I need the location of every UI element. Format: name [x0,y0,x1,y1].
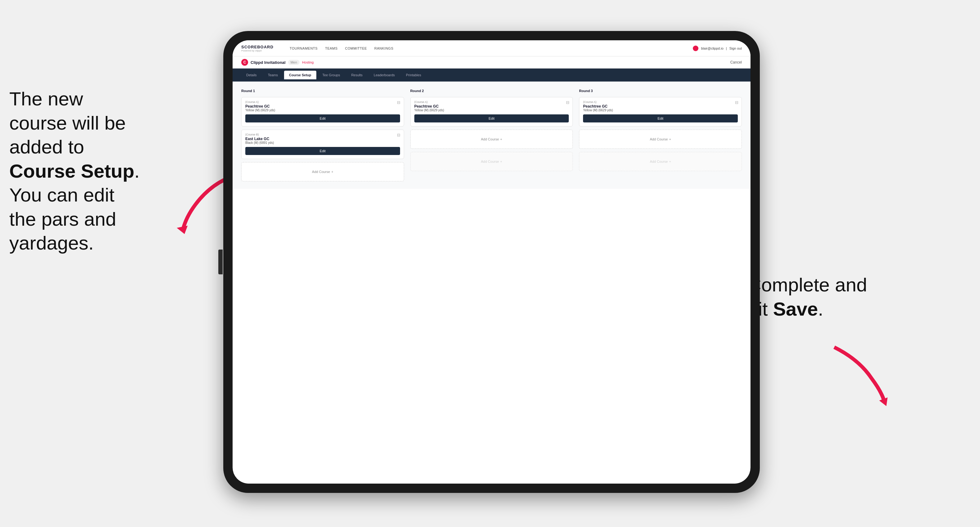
round-3-add-course-label: Add Course [650,137,668,141]
tab-results[interactable]: Results [346,71,368,79]
round-1-course-a-tee: Yellow (M) (6629 yds) [245,108,400,112]
main-content: Round 1 ⊟ (Course A) Peachtree GC Yellow… [232,81,751,189]
nav-committee[interactable]: COMMITTEE [345,45,367,51]
round-3-add-course-disabled-label: Add Course [650,160,668,163]
user-email: blair@clippd.io [701,46,723,50]
round-2-course-a-label: (Course A) [414,100,569,103]
round-3-label: Round 3 [579,89,742,93]
tablet-frame: SCOREBOARD Powered by clippd TOURNAMENTS… [223,31,760,493]
round-1-course-a-edit-button[interactable]: Edit [245,114,400,122]
round-1-add-course-button[interactable]: Add Course + [241,162,404,181]
top-nav: SCOREBOARD Powered by clippd TOURNAMENTS… [232,40,751,56]
annotation-right: Complete and hit Save. [748,273,896,321]
c-logo: C [241,59,248,66]
tournament-title: C Clippd Invitational Men Hosting [241,59,313,66]
logo-text: SCOREBOARD [241,44,274,49]
round-3-add-course-disabled: Add Course + [579,152,742,171]
round-2-add-course-disabled-label: Add Course [481,160,499,163]
arrow-right-icon [822,341,902,409]
round-1-course-a-label: (Course A) [245,100,400,103]
nav-rankings[interactable]: RANKINGS [374,45,393,51]
round-1-course-b-card: ⊟ (Course B) East Lake GC Black (M) (689… [241,130,404,159]
round-2-add-course-disabled-plus: + [500,160,502,163]
round-1-course-b-label: (Course B) [245,133,400,136]
tab-teams[interactable]: Teams [263,71,283,79]
tournament-gender: Men [288,60,299,65]
round-2-add-course-label: Add Course [481,137,499,141]
round-1-course-b-name: East Lake GC [245,137,400,141]
round-3-course-a-edit-button[interactable]: Edit [583,114,738,122]
tab-printables[interactable]: Printables [401,71,426,79]
round-3-add-course-plus: + [669,137,671,141]
tournament-bar: C Clippd Invitational Men Hosting Cancel [232,56,751,68]
tab-course-setup[interactable]: Course Setup [284,71,316,79]
tablet-screen: SCOREBOARD Powered by clippd TOURNAMENTS… [232,40,751,484]
round-1-course-a-delete-icon[interactable]: ⊟ [396,100,401,105]
round-3-course-a-card: ⊟ (Course A) Peachtree GC Yellow (M) (66… [579,97,742,127]
round-1-course-b-tee: Black (M) (6891 yds) [245,141,400,144]
round-3-course-a-tee: Yellow (M) (6629 yds) [583,108,738,112]
round-2-course-a-delete-icon[interactable]: ⊟ [565,100,570,105]
sign-out-link[interactable]: Sign out [729,46,742,50]
tab-details[interactable]: Details [241,71,262,79]
nav-tournaments[interactable]: TOURNAMENTS [290,45,318,51]
round-2-label: Round 2 [410,89,573,93]
round-1-course-a-card: ⊟ (Course A) Peachtree GC Yellow (M) (66… [241,97,404,127]
user-avatar [693,46,698,51]
round-2-column: Round 2 ⊟ (Course A) Peachtree GC Yellow… [410,89,573,181]
tablet-side-button [218,249,223,275]
cancel-button[interactable]: Cancel [730,60,742,65]
nav-teams[interactable]: TEAMS [325,45,337,51]
tabs-bar: Details Teams Course Setup Tee Groups Re… [232,68,751,81]
round-3-add-course-disabled-plus: + [669,160,671,163]
tab-leaderboards[interactable]: Leaderboards [369,71,400,79]
nav-right: blair@clippd.io | Sign out [693,46,742,51]
round-3-course-a-label: (Course A) [583,100,738,103]
round-2-course-a-card: ⊟ (Course A) Peachtree GC Yellow (M) (66… [410,97,573,127]
round-3-course-a-name: Peachtree GC [583,104,738,108]
round-1-add-course-plus: + [331,170,333,174]
round-2-course-a-edit-button[interactable]: Edit [414,114,569,122]
round-3-course-a-delete-icon[interactable]: ⊟ [734,100,739,105]
round-2-course-a-name: Peachtree GC [414,104,569,108]
powered-by-text: Powered by clippd [241,49,274,52]
round-1-add-course-label: Add Course [312,170,330,174]
round-3-add-course-button[interactable]: Add Course + [579,130,742,149]
svg-marker-0 [177,226,188,234]
round-2-add-course-disabled: Add Course + [410,152,573,171]
rounds-grid: Round 1 ⊟ (Course A) Peachtree GC Yellow… [241,89,742,181]
tournament-name: Clippd Invitational [251,60,286,65]
round-3-column: Round 3 ⊟ (Course A) Peachtree GC Yellow… [579,89,742,181]
round-2-add-course-plus: + [500,137,502,141]
nav-links: TOURNAMENTS TEAMS COMMITTEE RANKINGS [290,45,683,51]
round-1-column: Round 1 ⊟ (Course A) Peachtree GC Yellow… [241,89,404,181]
tab-tee-groups[interactable]: Tee Groups [318,71,345,79]
scoreboard-logo: SCOREBOARD Powered by clippd [241,44,274,52]
round-2-course-a-tee: Yellow (M) (6629 yds) [414,108,569,112]
round-1-course-b-edit-button[interactable]: Edit [245,147,400,155]
round-1-course-a-name: Peachtree GC [245,104,400,108]
tournament-status: Hosting [302,60,313,64]
round-1-course-b-delete-icon[interactable]: ⊟ [396,132,401,137]
round-2-add-course-button[interactable]: Add Course + [410,130,573,149]
round-1-label: Round 1 [241,89,404,93]
